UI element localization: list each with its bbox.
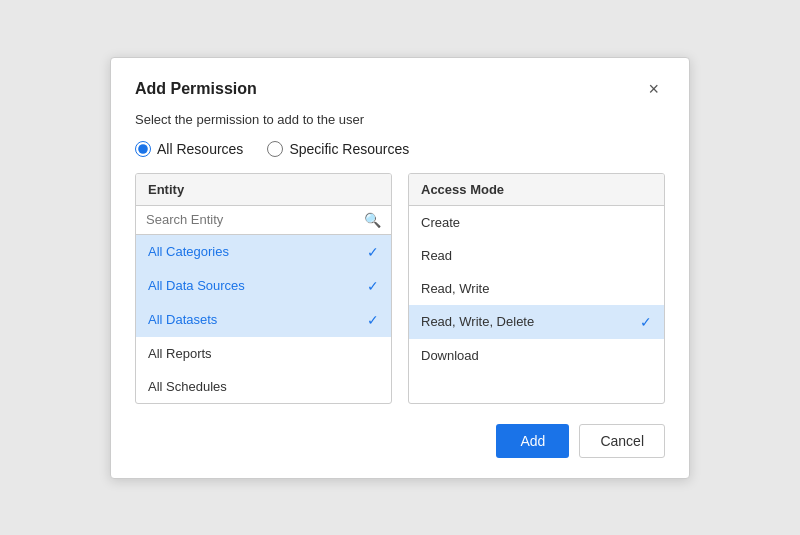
entity-label-all-categories: All Categories	[148, 244, 229, 259]
check-icon-all-datasets: ✓	[367, 312, 379, 328]
entity-item-all-categories[interactable]: All Categories ✓	[136, 235, 391, 269]
access-item-download[interactable]: Download	[409, 339, 664, 372]
access-panel-header: Access Mode	[409, 174, 664, 206]
access-label-read-write: Read, Write	[421, 281, 489, 296]
resource-type-group: All Resources Specific Resources	[135, 141, 665, 157]
entity-search-box[interactable]: 🔍	[136, 206, 391, 235]
entity-item-all-datasets[interactable]: All Datasets ✓	[136, 303, 391, 337]
all-resources-label: All Resources	[157, 141, 243, 157]
modal-header: Add Permission ×	[135, 78, 665, 100]
entity-label-all-datasets: All Datasets	[148, 312, 217, 327]
search-input[interactable]	[146, 212, 358, 227]
access-item-read-write[interactable]: Read, Write	[409, 272, 664, 305]
cancel-button[interactable]: Cancel	[579, 424, 665, 458]
all-resources-radio[interactable]: All Resources	[135, 141, 243, 157]
entity-label-all-reports: All Reports	[148, 346, 212, 361]
access-label-download: Download	[421, 348, 479, 363]
modal-title: Add Permission	[135, 80, 257, 98]
entity-item-all-reports[interactable]: All Reports	[136, 337, 391, 370]
add-button[interactable]: Add	[496, 424, 569, 458]
check-icon-all-categories: ✓	[367, 244, 379, 260]
check-icon-all-data-sources: ✓	[367, 278, 379, 294]
entity-panel-header: Entity	[136, 174, 391, 206]
add-permission-modal: Add Permission × Select the permission t…	[110, 57, 690, 479]
entity-panel: Entity 🔍 All Categories ✓ All Data Sourc…	[135, 173, 392, 404]
check-icon-read-write-delete: ✓	[640, 314, 652, 330]
modal-footer: Add Cancel	[135, 424, 665, 458]
specific-resources-label: Specific Resources	[289, 141, 409, 157]
access-list: Create Read Read, Write Read, Write, Del…	[409, 206, 664, 372]
specific-resources-radio[interactable]: Specific Resources	[267, 141, 409, 157]
modal-subtitle: Select the permission to add to the user	[135, 112, 665, 127]
access-item-read-write-delete[interactable]: Read, Write, Delete ✓	[409, 305, 664, 339]
search-icon: 🔍	[364, 212, 381, 228]
close-button[interactable]: ×	[642, 78, 665, 100]
entity-list: All Categories ✓ All Data Sources ✓ All …	[136, 235, 391, 403]
entity-label-all-data-sources: All Data Sources	[148, 278, 245, 293]
access-item-read[interactable]: Read	[409, 239, 664, 272]
access-label-read: Read	[421, 248, 452, 263]
access-label-create: Create	[421, 215, 460, 230]
access-item-create[interactable]: Create	[409, 206, 664, 239]
entity-label-all-schedules: All Schedules	[148, 379, 227, 394]
access-label-read-write-delete: Read, Write, Delete	[421, 314, 534, 329]
panels-container: Entity 🔍 All Categories ✓ All Data Sourc…	[135, 173, 665, 404]
entity-item-all-data-sources[interactable]: All Data Sources ✓	[136, 269, 391, 303]
entity-item-all-schedules[interactable]: All Schedules	[136, 370, 391, 403]
access-panel: Access Mode Create Read Read, Write Read…	[408, 173, 665, 404]
